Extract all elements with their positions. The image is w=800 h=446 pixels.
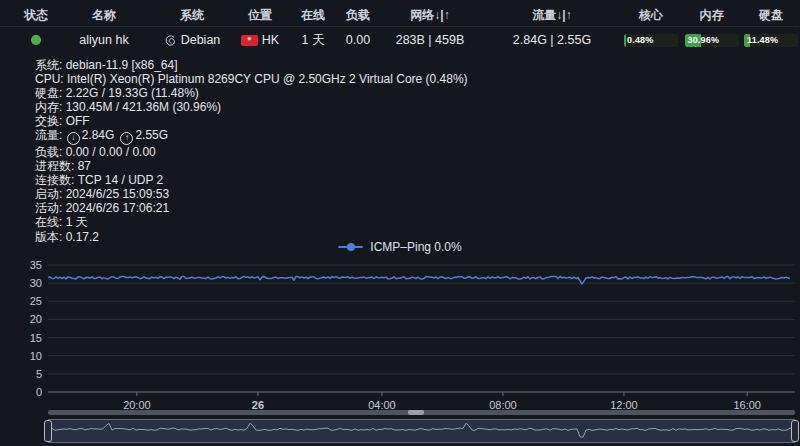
detail-label: 启动: bbox=[35, 187, 66, 201]
detail-line: 硬盘: 2.22G / 19.33G (11.48%) bbox=[35, 86, 775, 100]
detail-value: Intel(R) Xeon(R) Platinum 8269CY CPU @ 2… bbox=[67, 72, 468, 86]
network-rate: 283B | 459B bbox=[378, 33, 482, 47]
detail-line: 流量: ↓2.84G↑2.55G bbox=[35, 128, 775, 145]
detail-line: 负载: 0.00 / 0.00 / 0.00 bbox=[35, 145, 775, 159]
detail-label: 内存: bbox=[35, 100, 66, 114]
datazoom-slider[interactable] bbox=[48, 419, 795, 443]
header-name: 名称 bbox=[56, 7, 152, 24]
server-monitor-page: 状态 名称 系统 位置 在线 负载 网络↓|↑ 流量↓|↑ 核心 内存 硬盘 a… bbox=[0, 0, 800, 446]
header-status: 状态 bbox=[16, 7, 56, 24]
detail-value: debian-11.9 [x86_64] bbox=[66, 58, 178, 72]
detail-label: CPU: bbox=[35, 72, 67, 86]
header-network: 网络↓|↑ bbox=[378, 7, 482, 24]
svg-text:5: 5 bbox=[36, 368, 42, 380]
detail-line: 内存: 130.45M / 421.36M (30.96%) bbox=[35, 100, 775, 114]
status-cell bbox=[16, 35, 56, 45]
svg-text:04:00: 04:00 bbox=[368, 399, 396, 410]
detail-label: 流量: bbox=[35, 128, 66, 142]
header-location: 位置 bbox=[232, 7, 288, 24]
svg-text:16:00: 16:00 bbox=[733, 399, 761, 410]
online-duration: 1 天 bbox=[288, 32, 338, 49]
os-cell: Debian bbox=[152, 33, 232, 47]
detail-label: 交换: bbox=[35, 114, 66, 128]
header-system: 系统 bbox=[152, 7, 232, 24]
detail-value: 87 bbox=[78, 159, 91, 173]
core-bar-fill bbox=[624, 34, 626, 47]
detail-line: 连接数: TCP 14 / UDP 2 bbox=[35, 173, 775, 187]
core-cell: 0.48% bbox=[622, 34, 680, 47]
detail-value: 1 天 bbox=[66, 215, 88, 229]
server-row[interactable]: aliyun hk Debian * HK 1 天 0.00 283B | 45… bbox=[0, 28, 799, 52]
detail-label: 在线: bbox=[35, 215, 66, 229]
svg-text:35: 35 bbox=[30, 259, 42, 271]
online-status-dot bbox=[31, 35, 41, 45]
svg-text:10: 10 bbox=[30, 350, 42, 362]
legend-line-marker bbox=[338, 246, 363, 248]
server-name: aliyun hk bbox=[56, 33, 152, 47]
datazoom-left-handle[interactable] bbox=[44, 420, 52, 442]
detail-line: 活动: 2024/6/26 17:06:21 bbox=[35, 201, 775, 215]
memory-bar-label: 30.96% bbox=[688, 34, 720, 47]
header-online: 在线 bbox=[288, 7, 338, 24]
legend-dot-icon bbox=[347, 243, 355, 251]
svg-text:20:00: 20:00 bbox=[123, 399, 151, 410]
debian-icon bbox=[164, 34, 177, 47]
detail-value: 2024/6/25 15:09:53 bbox=[66, 187, 169, 201]
header-memory: 内存 bbox=[680, 7, 743, 24]
detail-label: 硬盘: bbox=[35, 86, 66, 100]
detail-value: 2024/6/26 17:06:21 bbox=[66, 201, 169, 215]
load-value: 0.00 bbox=[338, 33, 378, 47]
detail-value: TCP 14 / UDP 2 bbox=[78, 173, 164, 187]
svg-text:15: 15 bbox=[30, 332, 42, 344]
upload-circle-icon: ↑ bbox=[120, 132, 133, 145]
table-header: 状态 名称 系统 位置 在线 负载 网络↓|↑ 流量↓|↑ 核心 内存 硬盘 bbox=[0, 5, 799, 27]
detail-label: 负载: bbox=[35, 145, 66, 159]
legend-label: ICMP–Ping 0.0% bbox=[370, 240, 461, 254]
location-label: HK bbox=[262, 33, 279, 47]
ping-chart: 0510152025303520:002604:0008:0012:0016:0… bbox=[0, 256, 800, 410]
core-bar-label: 0.48% bbox=[627, 34, 654, 47]
traffic-upload-value: 2.55G bbox=[135, 128, 168, 142]
header-core: 核心 bbox=[622, 7, 680, 24]
traffic-download-value: 2.84G bbox=[82, 128, 115, 142]
detail-line: 系统: debian-11.9 [x86_64] bbox=[35, 58, 775, 72]
svg-text:08:00: 08:00 bbox=[489, 399, 517, 410]
svg-text:20: 20 bbox=[30, 313, 42, 325]
os-label: Debian bbox=[181, 33, 221, 47]
core-usage-bar: 0.48% bbox=[624, 34, 678, 47]
detail-value: OFF bbox=[66, 114, 90, 128]
location-cell: * HK bbox=[232, 33, 288, 47]
legend-icmp-ping[interactable]: ICMP–Ping 0.0% bbox=[0, 239, 800, 254]
datazoom-right-handle[interactable] bbox=[791, 420, 799, 442]
memory-cell: 30.96% bbox=[680, 34, 743, 47]
server-details: 系统: debian-11.9 [x86_64]CPU: Intel(R) Xe… bbox=[35, 58, 775, 244]
detail-line: CPU: Intel(R) Xeon(R) Platinum 8269CY CP… bbox=[35, 72, 775, 86]
svg-text:30: 30 bbox=[30, 277, 42, 289]
svg-text:0: 0 bbox=[36, 386, 42, 398]
svg-text:26: 26 bbox=[252, 399, 264, 410]
detail-line: 启动: 2024/6/25 15:09:53 bbox=[35, 187, 775, 201]
detail-value: 130.45M / 421.36M (30.96%) bbox=[66, 100, 221, 114]
detail-line: 交换: OFF bbox=[35, 114, 775, 128]
horizontal-scrollbar[interactable] bbox=[48, 410, 795, 415]
detail-line: 在线: 1 天 bbox=[35, 215, 775, 229]
hk-flag-icon: * bbox=[241, 35, 258, 46]
header-traffic: 流量↓|↑ bbox=[482, 7, 622, 24]
disk-bar-label: 11.48% bbox=[747, 34, 778, 47]
memory-usage-bar: 30.96% bbox=[685, 34, 739, 47]
datazoom-shadow-chart bbox=[49, 420, 794, 442]
detail-label: 进程数: bbox=[35, 159, 78, 173]
detail-value: 2.22G / 19.33G (11.48%) bbox=[66, 86, 199, 100]
disk-usage-bar: 11.48% bbox=[744, 34, 798, 47]
detail-label: 连接数: bbox=[35, 173, 78, 187]
detail-value: 0.00 / 0.00 / 0.00 bbox=[66, 145, 156, 159]
detail-label: 活动: bbox=[35, 201, 66, 215]
download-circle-icon: ↓ bbox=[67, 132, 80, 145]
svg-text:12:00: 12:00 bbox=[610, 399, 638, 410]
header-disk: 硬盘 bbox=[743, 7, 799, 24]
header-load: 负载 bbox=[338, 7, 378, 24]
traffic-total: 2.84G | 2.55G bbox=[482, 33, 622, 47]
scrollbar-thumb[interactable] bbox=[408, 410, 424, 415]
detail-line: 进程数: 87 bbox=[35, 159, 775, 173]
disk-cell: 11.48% bbox=[743, 34, 799, 47]
